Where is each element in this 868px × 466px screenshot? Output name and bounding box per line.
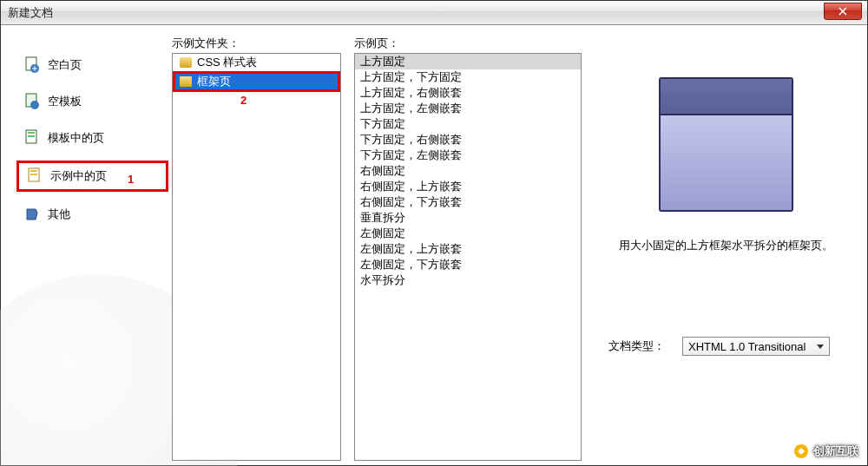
- folder-label: 框架页: [197, 74, 231, 89]
- doctype-row: 文档类型： XHTML 1.0 Transitional: [608, 337, 830, 356]
- pages-column-label: 示例页：: [354, 36, 399, 51]
- category-list: 空白页 空模板 模板中的页 1 示例中的页 其他: [16, 51, 168, 237]
- window-title: 新建文档: [8, 5, 53, 21]
- folders-column-label: 示例文件夹：: [172, 36, 240, 51]
- preview-thumbnail: [659, 77, 793, 212]
- page-item[interactable]: 左侧固定: [355, 226, 581, 241]
- category-blank-template[interactable]: 空模板: [16, 88, 168, 115]
- other-icon: [23, 206, 41, 223]
- svg-point-3: [30, 101, 39, 109]
- svg-rect-5: [28, 132, 35, 134]
- svg-rect-8: [30, 170, 37, 172]
- dialog-window: 新建文档 空白页 空模板 模板中的页 1 示例中的页: [0, 0, 868, 466]
- page-item[interactable]: 上方固定，右侧嵌套: [355, 85, 581, 101]
- close-button[interactable]: [824, 3, 862, 20]
- watermark-text: 创新互联: [813, 443, 858, 459]
- page-item[interactable]: 垂直拆分: [355, 210, 581, 226]
- folder-icon: [180, 57, 192, 68]
- doctype-label: 文档类型：: [608, 338, 665, 354]
- doctype-select[interactable]: XHTML 1.0 Transitional: [682, 337, 830, 356]
- watermark-icon: [792, 443, 810, 460]
- page-item[interactable]: 上方固定，下方固定: [355, 69, 581, 85]
- category-label: 其他: [48, 207, 70, 222]
- page-item[interactable]: 左侧固定，下方嵌套: [355, 257, 581, 272]
- annotation-2: 2: [240, 94, 247, 107]
- category-sample-page[interactable]: 示例中的页: [16, 161, 168, 192]
- page-item[interactable]: 右侧固定，上方嵌套: [355, 179, 581, 194]
- chevron-down-icon: [817, 345, 824, 349]
- blank-page-icon: [23, 56, 41, 74]
- category-label: 空白页: [48, 57, 82, 73]
- category-other[interactable]: 其他: [16, 200, 168, 228]
- titlebar: 新建文档: [1, 1, 867, 25]
- annotation-1: 1: [128, 173, 134, 186]
- preview-description: 用大小固定的上方框架水平拆分的框架页。: [600, 238, 852, 253]
- page-item[interactable]: 上方固定: [355, 54, 581, 69]
- page-list[interactable]: 上方固定上方固定，下方固定上方固定，右侧嵌套上方固定，左侧嵌套下方固定下方固定，…: [354, 53, 582, 461]
- category-template-page[interactable]: 模板中的页: [16, 124, 168, 152]
- preview-area: 用大小固定的上方框架水平拆分的框架页。: [600, 60, 852, 253]
- folder-label: CSS 样式表: [197, 55, 257, 70]
- svg-rect-9: [30, 174, 37, 175]
- page-item[interactable]: 水平拆分: [355, 272, 581, 288]
- page-item[interactable]: 下方固定: [355, 116, 581, 132]
- doctype-value: XHTML 1.0 Transitional: [688, 340, 806, 353]
- category-label: 空模板: [48, 94, 82, 109]
- blank-template-icon: [23, 93, 41, 110]
- sample-page-icon: [26, 167, 43, 185]
- folder-icon: [180, 76, 192, 87]
- category-blank-page[interactable]: 空白页: [16, 51, 168, 79]
- close-icon: [838, 7, 847, 16]
- page-item[interactable]: 下方固定，右侧嵌套: [355, 132, 581, 148]
- folder-item-css[interactable]: CSS 样式表: [173, 54, 340, 71]
- page-item[interactable]: 左侧固定，上方嵌套: [355, 241, 581, 257]
- preview-top-frame: [661, 79, 792, 115]
- preview-bottom-frame: [661, 115, 792, 210]
- folder-list[interactable]: CSS 样式表 框架页 2: [172, 53, 341, 461]
- svg-rect-6: [28, 135, 35, 137]
- page-item[interactable]: 右侧固定，下方嵌套: [355, 194, 581, 210]
- category-label: 示例中的页: [50, 168, 107, 184]
- page-item[interactable]: 右侧固定: [355, 163, 581, 179]
- page-item[interactable]: 上方固定，左侧嵌套: [355, 101, 581, 116]
- category-label: 模板中的页: [48, 130, 104, 146]
- template-page-icon: [23, 129, 41, 147]
- page-item[interactable]: 下方固定，左侧嵌套: [355, 148, 581, 163]
- folder-item-frameset[interactable]: 框架页: [173, 71, 340, 92]
- site-watermark: 创新互联: [792, 443, 858, 460]
- dialog-content: 空白页 空模板 模板中的页 1 示例中的页 其他 示例文件夹： 示例页：: [1, 25, 867, 465]
